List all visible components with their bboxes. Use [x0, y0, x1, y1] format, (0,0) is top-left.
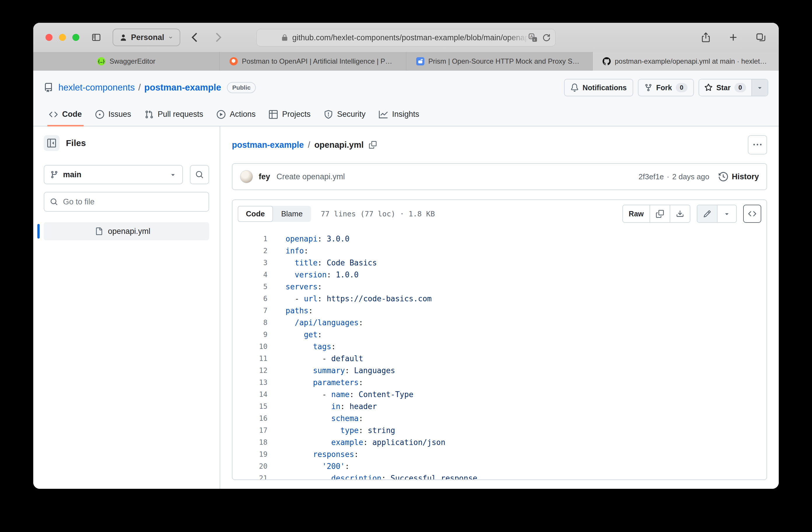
tab-github-openapi[interactable]: postman-example/openapi.yml at main · he… [593, 52, 779, 71]
line-content: schema: [286, 414, 363, 423]
line-number[interactable]: 9 [232, 331, 267, 339]
star-count[interactable]: 0 [735, 83, 746, 92]
navigation-arrows [190, 32, 223, 43]
swagger-icon: {…} [97, 57, 105, 66]
star-icon [705, 84, 712, 92]
reload-icon[interactable] [542, 33, 551, 42]
commit-author[interactable]: fey [259, 172, 270, 181]
raw-button[interactable]: Raw [623, 205, 650, 222]
new-tab-icon[interactable] [729, 33, 738, 42]
code-line: 11 - default [232, 352, 767, 364]
symbols-panel-button[interactable] [743, 205, 761, 223]
tab-code[interactable]: Code [44, 103, 87, 126]
fork-button[interactable]: Fork 0 [638, 79, 694, 96]
tab-issues[interactable]: Issues [90, 103, 136, 126]
line-number[interactable]: 3 [232, 259, 267, 267]
shield-icon [324, 110, 333, 119]
repo-owner-link[interactable]: hexlet-components [58, 82, 135, 93]
history-button[interactable]: History [719, 172, 759, 181]
line-number[interactable]: 19 [232, 450, 267, 459]
line-number[interactable]: 13 [232, 378, 267, 387]
code-line: 18 example: application/json [232, 436, 767, 448]
file-tree-sidebar: Files main [33, 126, 220, 489]
line-number[interactable]: 18 [232, 438, 267, 446]
line-number[interactable]: 7 [232, 307, 267, 315]
line-number[interactable]: 2 [232, 247, 267, 255]
copy-path-icon[interactable] [369, 141, 377, 149]
zoom-window-button[interactable] [72, 34, 79, 41]
profile-label: Personal [131, 33, 164, 42]
tab-swagger-editor[interactable]: {…} SwaggerEditor [33, 52, 220, 71]
line-content: description: Successful response [286, 474, 477, 480]
tab-projects[interactable]: Projects [264, 103, 316, 126]
repo-name-link[interactable]: postman-example [144, 82, 221, 93]
star-button[interactable]: Star 0 [699, 80, 751, 96]
share-icon[interactable] [701, 32, 710, 43]
notifications-button[interactable]: Notifications [564, 79, 633, 96]
commit-sha[interactable]: 2f3ef1e [638, 172, 664, 181]
tab-label: Prism | Open-Source HTTP Mock and Proxy … [429, 57, 582, 66]
notifications-label: Notifications [582, 84, 626, 92]
minimize-window-button[interactable] [59, 34, 66, 41]
code-line: 8 /api/languages: [232, 317, 767, 328]
avatar[interactable] [240, 170, 253, 183]
close-window-button[interactable] [45, 34, 53, 41]
branch-selector[interactable]: main [44, 165, 183, 184]
line-number[interactable]: 1 [232, 235, 267, 243]
profile-button[interactable]: Personal [113, 29, 180, 46]
tab-code-view[interactable]: Code [238, 206, 273, 222]
address-bar[interactable]: github.com/hexlet-components/postman-exa… [256, 29, 556, 46]
line-number[interactable]: 15 [232, 402, 267, 410]
line-content: paths: [286, 306, 313, 315]
copy-file-button[interactable] [650, 205, 670, 222]
commit-message[interactable]: Create openapi.yml [276, 172, 345, 181]
forward-button[interactable] [214, 32, 223, 43]
browser-window: Personal github.com/hexlet-components/po… [33, 23, 779, 489]
sidebar-toggle-icon[interactable] [91, 33, 101, 42]
line-number[interactable]: 20 [232, 462, 267, 471]
code-icon [748, 210, 756, 218]
back-button[interactable] [190, 32, 199, 43]
line-number[interactable]: 5 [232, 283, 267, 291]
edit-file-button[interactable] [697, 205, 717, 222]
tab-postman-to-openapi[interactable]: Postman to OpenAPI | Artificial Intellig… [220, 52, 406, 71]
more-options-button[interactable] [748, 135, 767, 154]
line-content: summary: Languages [286, 366, 395, 375]
file-tree-item-openapi[interactable]: openapi.yml [44, 222, 209, 240]
tab-pull-requests[interactable]: Pull requests [140, 103, 208, 126]
tab-prism[interactable]: Prism | Open-Source HTTP Mock and Proxy … [406, 52, 593, 71]
tab-overview-icon[interactable] [756, 33, 766, 42]
line-number[interactable]: 16 [232, 414, 267, 422]
tab-insights[interactable]: Insights [374, 103, 424, 126]
search-this-repo-button[interactable] [190, 165, 209, 184]
line-number[interactable]: 12 [232, 366, 267, 375]
tab-security[interactable]: Security [319, 103, 371, 126]
commit-time: 2 days ago [672, 172, 709, 181]
line-number[interactable]: 10 [232, 342, 267, 351]
tab-actions[interactable]: Actions [212, 103, 261, 126]
file-content-panel: Code Blame 77 lines (77 loc) · 1.8 KB Ra… [232, 199, 767, 480]
go-to-file-input[interactable] [62, 197, 203, 207]
line-number[interactable]: 11 [232, 354, 267, 363]
collapse-file-tree-button[interactable] [44, 135, 59, 151]
line-content: '200': [286, 462, 349, 471]
branch-name: main [63, 170, 82, 179]
line-number[interactable]: 14 [232, 390, 267, 398]
translate-icon[interactable]: A x [528, 33, 537, 42]
line-content: - default [286, 354, 363, 363]
edit-dropdown-button[interactable] [717, 205, 736, 222]
go-to-file-field[interactable] [44, 192, 209, 212]
breadcrumb-repo-link[interactable]: postman-example [232, 140, 304, 150]
line-number[interactable]: 8 [232, 319, 267, 327]
download-file-button[interactable] [670, 205, 690, 222]
line-number[interactable]: 6 [232, 295, 267, 303]
tab-blame-view[interactable]: Blame [273, 206, 311, 222]
line-number[interactable]: 21 [232, 474, 267, 480]
url-text: github.com/hexlet-components/postman-exa… [292, 33, 531, 42]
issue-opened-icon [96, 110, 104, 119]
star-dropdown-button[interactable] [751, 80, 768, 96]
line-number[interactable]: 17 [232, 426, 267, 434]
nav-label: Code [62, 110, 82, 119]
fork-count[interactable]: 0 [676, 83, 687, 92]
line-number[interactable]: 4 [232, 271, 267, 279]
